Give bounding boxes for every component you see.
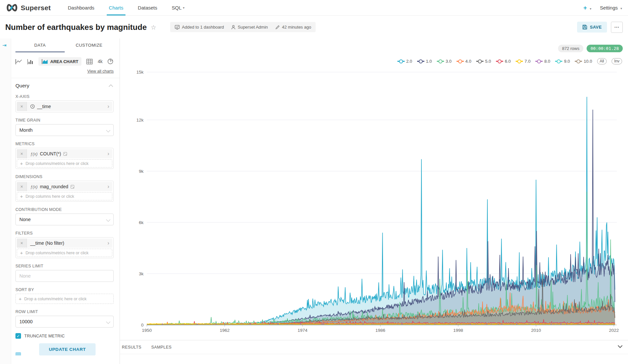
settings-menu[interactable]: Settings ▾ — [600, 5, 622, 11]
last-modified-badge[interactable]: 42 minutes ago — [275, 25, 311, 30]
tab-data[interactable]: DATA — [15, 38, 65, 52]
nav-dashboards[interactable]: Dashboards — [62, 0, 100, 15]
contribution-mode-label: CONTRIBUTION MODE — [15, 207, 114, 212]
legend-item-8.0[interactable]: 8.0 — [535, 59, 550, 64]
nav-sql[interactable]: SQL ▾ — [166, 0, 191, 15]
y-axis-tick-label: 12k — [136, 118, 144, 123]
x-axis-tick-label: 2022 — [609, 328, 619, 333]
remove-icon[interactable]: × — [17, 102, 27, 111]
dashboard-icon — [175, 25, 180, 30]
legend-label: 9.0 — [564, 59, 570, 64]
superset-logo[interactable]: Superset — [6, 0, 51, 15]
filters-label: FILTERS — [15, 231, 114, 236]
time-grain-label: TIME GRAIN — [15, 118, 114, 123]
column-set-icon — [71, 185, 74, 189]
collapse-panel-icon[interactable]: ⇥ — [2, 42, 7, 48]
owner-badge[interactable]: Superset Admin — [231, 25, 268, 30]
pie-chart-icon[interactable] — [107, 58, 113, 64]
remove-icon[interactable]: × — [17, 182, 27, 191]
chevron-right-icon: › — [104, 182, 112, 191]
legend-item-5.0[interactable]: 5.0 — [476, 59, 491, 64]
legend-item-3.0[interactable]: 3.0 — [437, 59, 452, 64]
dashboards-badge[interactable]: Added to 1 dashboard — [175, 25, 224, 30]
series-limit-select[interactable]: None — [15, 270, 114, 282]
new-item-button[interactable]: + ▾ — [583, 4, 592, 11]
x-axis-tick-label: 1962 — [220, 328, 230, 333]
legend-item-1.0[interactable]: 1.0 — [417, 59, 432, 64]
table-icon[interactable] — [86, 59, 93, 64]
update-chart-button[interactable]: UPDATE CHART — [39, 343, 96, 355]
remove-icon[interactable]: × — [17, 149, 27, 158]
metric-count-pill[interactable]: × ƒ(x) COUNT(*) › — [17, 149, 112, 158]
legend-label: 1.0 — [426, 59, 432, 64]
results-panel: RESULTS SAMPLES — [120, 340, 628, 364]
legend-item-9.0[interactable]: 9.0 — [555, 59, 570, 64]
viz-type-row: AREA CHART 4k — [15, 57, 114, 66]
x-axis-tick-label: 1986 — [375, 328, 385, 333]
nav-menu: Dashboards Charts Datasets SQL ▾ — [62, 0, 190, 15]
nav-datasets[interactable]: Datasets — [132, 0, 163, 15]
area-chart-canvas[interactable]: 03k6k9k12k15k195019621974198619982010202… — [120, 38, 628, 340]
nav-charts[interactable]: Charts — [103, 0, 129, 15]
legend-invert-button[interactable]: Inv — [612, 58, 622, 64]
contribution-mode-select[interactable]: None — [15, 214, 114, 225]
chevron-down-icon — [106, 217, 110, 222]
legend-item-2.0[interactable]: 2.0 — [397, 59, 412, 64]
caret-down-icon: ▾ — [590, 7, 592, 11]
x-axis-tick-label: 1998 — [453, 328, 463, 333]
metrics-control: × ƒ(x) COUNT(*) › + Drop columns/metrics… — [15, 148, 114, 169]
line-chart-icon[interactable] — [15, 59, 22, 64]
time-grain-select[interactable]: Month — [15, 124, 114, 136]
truncate-metric-checkbox[interactable]: ✓ — [15, 333, 21, 339]
dimension-pill[interactable]: × ƒ(x) mag_rounded › — [17, 182, 112, 191]
favorite-star-icon[interactable]: ☆ — [151, 24, 156, 31]
legend-label: 10.0 — [584, 59, 592, 64]
view-all-charts-link[interactable]: View all charts — [15, 69, 114, 74]
legend-item-6.0[interactable]: 6.0 — [496, 59, 511, 64]
legend-item-4.0[interactable]: 4.0 — [457, 59, 471, 64]
tab-customize[interactable]: CUSTOMIZE — [65, 38, 114, 52]
plus-icon: + — [20, 193, 23, 199]
metrics-dropzone[interactable]: + Drop columns/metrics here or click — [17, 159, 112, 168]
sort-by-dropzone[interactable]: + Drop a column/metric here or click — [15, 294, 114, 304]
top-navbar: Superset Dashboards Charts Datasets SQL … — [0, 0, 628, 16]
tab-results[interactable]: RESULTS — [122, 345, 142, 350]
plus-icon: + — [583, 4, 587, 11]
pencil-icon — [275, 25, 280, 30]
chevron-right-icon: › — [104, 102, 112, 111]
area-fill-1.0 — [147, 110, 615, 325]
legend-all-button[interactable]: All — [597, 58, 607, 64]
x-axis-tick-label: 1974 — [298, 328, 308, 333]
panel-tabs: DATA CUSTOMIZE — [15, 38, 114, 52]
bar-chart-icon[interactable] — [27, 59, 34, 64]
filters-dropzone[interactable]: + Drop columns/metrics here or click — [17, 249, 112, 257]
legend-item-7.0[interactable]: 7.0 — [516, 59, 530, 64]
dimensions-control: × ƒ(x) mag_rounded › + Drop columns here… — [15, 181, 114, 202]
more-actions-button[interactable]: ··· — [611, 22, 623, 33]
dimensions-dropzone[interactable]: + Drop columns here or click — [17, 192, 112, 200]
save-icon — [582, 25, 587, 30]
column-set-icon — [63, 152, 67, 156]
legend-label: 5.0 — [485, 59, 491, 64]
chevron-down-icon — [106, 128, 110, 132]
partial-checkbox[interactable] — [15, 352, 21, 355]
remove-icon[interactable]: × — [17, 239, 27, 248]
legend-item-10.0[interactable]: 10.0 — [575, 59, 592, 64]
legend-marker-icon — [397, 59, 405, 63]
y-axis-tick-label: 15k — [136, 70, 144, 75]
save-button[interactable]: SAVE — [577, 22, 607, 33]
row-limit-label: ROW LIMIT — [15, 309, 114, 314]
divider — [11, 78, 120, 78]
collapse-results-chevron-icon[interactable] — [617, 344, 623, 350]
legend-label: 3.0 — [446, 59, 452, 64]
query-timer-badge: 00:00:01.28 — [587, 45, 623, 52]
query-section-header[interactable]: Query — [15, 83, 114, 89]
tab-samples[interactable]: SAMPLES — [151, 345, 172, 350]
legend-label: 8.0 — [544, 59, 550, 64]
filter-pill[interactable]: × __time (No filter) › — [17, 239, 112, 248]
x-axis-value-pill[interactable]: × __time › — [17, 102, 112, 111]
row-limit-select[interactable]: 10000 — [15, 316, 114, 328]
viz-badge-4k[interactable]: 4k — [98, 59, 102, 64]
viz-type-area-chart[interactable]: AREA CHART — [38, 57, 81, 66]
clock-icon — [30, 104, 35, 109]
